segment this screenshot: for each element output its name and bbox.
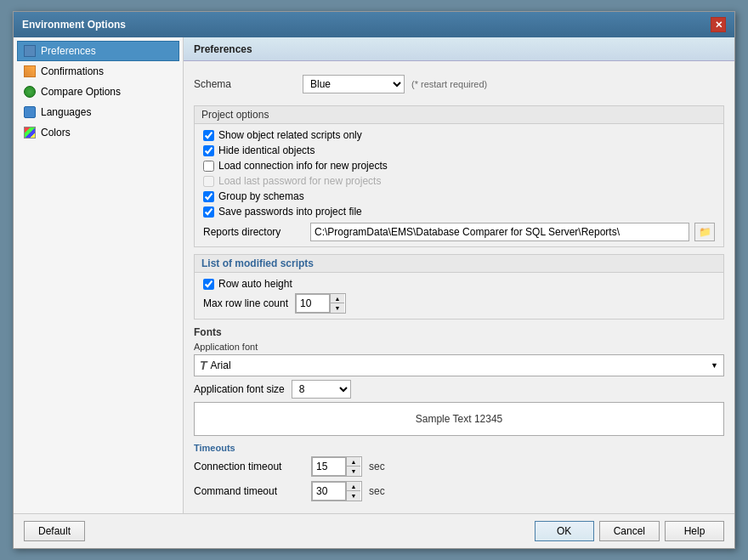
row-auto-height-checkbox[interactable] <box>203 279 214 290</box>
save-passwords-label: Save passwords into project file <box>218 206 362 218</box>
environment-options-dialog: Environment Options ✕ Preferences Confir… <box>13 11 735 549</box>
max-row-input[interactable] <box>296 294 330 313</box>
list-scripts-group: List of modified scripts Row auto height… <box>194 254 724 320</box>
title-bar: Environment Options ✕ <box>14 12 734 37</box>
footer-right: OK Cancel Help <box>535 521 724 541</box>
dialog-footer: Default OK Cancel Help <box>14 513 734 548</box>
sidebar-label-languages: Languages <box>41 106 91 118</box>
app-font-row: Application font T Arial ▼ <box>194 342 724 376</box>
max-row-label: Max row line count <box>203 297 288 309</box>
list-scripts-content: Row auto height Max row line count ▲ ▼ <box>195 273 723 319</box>
load-conn-label: Load connection info for new projects <box>218 160 388 172</box>
conn-spinner-up[interactable]: ▲ <box>347 457 360 467</box>
font-value: Arial <box>211 359 231 371</box>
cmd-spinner-buttons: ▲ ▼ <box>346 482 360 501</box>
spinner-down-button[interactable]: ▼ <box>331 303 344 313</box>
show-scripts-row: Show object related scripts only <box>203 129 715 141</box>
font-dropdown-icon: ▼ <box>711 361 718 370</box>
row-auto-height-row: Row auto height <box>203 278 715 290</box>
sidebar-label-colors: Colors <box>41 127 71 139</box>
sidebar-item-confirmations[interactable]: Confirmations <box>17 61 179 82</box>
project-options-content: Show object related scripts only Hide id… <box>195 124 723 246</box>
group-schemas-row: Group by schemas <box>203 190 715 202</box>
hide-identical-row: Hide identical objects <box>203 144 715 156</box>
sidebar-label-confirmations: Confirmations <box>41 65 104 77</box>
load-pwd-checkbox <box>203 176 214 187</box>
connection-timeout-label: Connection timeout <box>194 461 304 472</box>
app-font-label: Application font <box>194 342 724 352</box>
sidebar-item-compare-options[interactable]: Compare Options <box>17 82 179 102</box>
help-button[interactable]: Help <box>665 521 724 541</box>
row-auto-height-label: Row auto height <box>218 278 292 290</box>
colors-icon <box>23 126 37 139</box>
sidebar-label-compare-options: Compare Options <box>41 86 121 98</box>
load-conn-row: Load connection info for new projects <box>203 160 715 172</box>
conn-spinner-down[interactable]: ▼ <box>347 467 360 476</box>
reports-browse-button[interactable]: 📁 <box>694 223 715 241</box>
sidebar: Preferences Confirmations Compare Option… <box>14 37 184 513</box>
schema-select[interactable]: Blue Default Dark <box>303 75 405 93</box>
load-conn-checkbox[interactable] <box>203 161 214 172</box>
sidebar-label-preferences: Preferences <box>41 45 96 57</box>
max-row-row: Max row line count ▲ ▼ <box>203 293 715 314</box>
font-size-label: Application font size <box>194 383 285 395</box>
connection-timeout-spinner: ▲ ▼ <box>311 456 362 477</box>
main-content: Preferences Schema Blue Default Dark (* … <box>184 37 734 513</box>
font-size-row: Application font size 6 7 8 9 10 11 12 <box>194 380 724 399</box>
group-schemas-checkbox[interactable] <box>203 191 214 202</box>
project-options-group: Project options Show object related scri… <box>194 105 724 247</box>
footer-left: Default <box>24 521 85 541</box>
sidebar-item-languages[interactable]: Languages <box>17 102 179 122</box>
load-pwd-label: Load last password for new projects <box>218 175 381 187</box>
fonts-header: Fonts <box>194 326 724 338</box>
command-timeout-row: Command timeout ▲ ▼ sec <box>194 481 724 501</box>
show-scripts-checkbox[interactable] <box>203 130 214 141</box>
connection-timeout-row: Connection timeout ▲ ▼ sec <box>194 456 724 477</box>
sidebar-item-preferences[interactable]: Preferences <box>17 41 179 61</box>
schema-label: Schema <box>194 78 296 90</box>
restart-note: (* restart required) <box>411 79 487 89</box>
sidebar-item-colors[interactable]: Colors <box>17 122 179 143</box>
save-passwords-row: Save passwords into project file <box>203 206 715 218</box>
group-schemas-label: Group by schemas <box>218 190 304 202</box>
max-row-spinner: ▲ ▼ <box>295 293 346 314</box>
compare-icon <box>23 85 37 99</box>
show-scripts-label: Show object related scripts only <box>218 129 362 141</box>
timeouts-section: Timeouts Connection timeout ▲ ▼ sec <box>194 443 724 501</box>
schema-row: Schema Blue Default Dark (* restart requ… <box>194 70 724 99</box>
sample-text-box: Sample Text 12345 <box>194 402 724 436</box>
command-timeout-unit: sec <box>369 485 385 497</box>
ok-button[interactable]: OK <box>535 521 594 541</box>
project-options-title: Project options <box>195 106 723 124</box>
fonts-section: Fonts Application font T Arial ▼ Applica… <box>194 326 724 436</box>
command-timeout-spinner: ▲ ▼ <box>311 481 362 501</box>
hide-identical-checkbox[interactable] <box>203 145 214 156</box>
spinner-buttons: ▲ ▼ <box>330 294 344 313</box>
list-scripts-title: List of modified scripts <box>195 255 723 273</box>
default-button[interactable]: Default <box>24 521 85 541</box>
lang-icon <box>23 105 37 119</box>
conn-spinner-buttons: ▲ ▼ <box>346 457 360 476</box>
font-selector[interactable]: T Arial ▼ <box>194 354 724 376</box>
cancel-button[interactable]: Cancel <box>599 521 660 541</box>
cmd-spinner-up[interactable]: ▲ <box>347 482 360 491</box>
sample-text: Sample Text 12345 <box>416 413 503 425</box>
font-icon: T <box>200 359 207 372</box>
reports-input[interactable] <box>310 223 689 241</box>
content-area: Schema Blue Default Dark (* restart requ… <box>184 61 734 513</box>
reports-label: Reports directory <box>203 226 305 238</box>
section-header: Preferences <box>184 37 734 61</box>
hide-identical-label: Hide identical objects <box>218 144 314 156</box>
connection-timeout-unit: sec <box>369 461 385 472</box>
command-timeout-label: Command timeout <box>194 485 304 497</box>
folder-icon: 📁 <box>699 226 711 238</box>
reports-row: Reports directory 📁 <box>203 223 715 241</box>
font-size-select[interactable]: 6 7 8 9 10 11 12 <box>292 380 351 399</box>
command-timeout-input[interactable] <box>312 482 346 501</box>
save-passwords-checkbox[interactable] <box>203 206 214 218</box>
spinner-up-button[interactable]: ▲ <box>331 294 344 303</box>
pref-icon <box>23 44 37 58</box>
connection-timeout-input[interactable] <box>312 457 346 476</box>
close-button[interactable]: ✕ <box>711 17 726 32</box>
cmd-spinner-down[interactable]: ▼ <box>347 491 360 501</box>
